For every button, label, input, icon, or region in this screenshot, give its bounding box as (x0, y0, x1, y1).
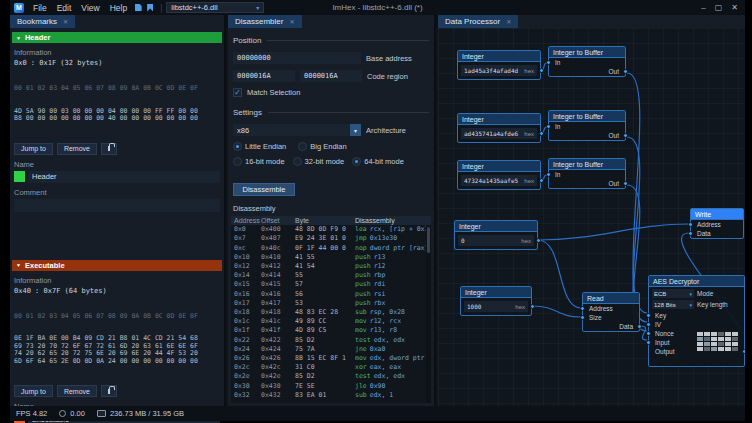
input-pin[interactable] (546, 124, 551, 129)
disassembly-row[interactable]: 0x2e 0x42e 85 D2 testedx, edx (231, 372, 431, 381)
tab-data-processor[interactable]: Data Processor ✕ (438, 15, 518, 28)
close-icon[interactable]: ✕ (63, 18, 68, 25)
disassembly-row[interactable]: 0x14 0x414 55 pushrbp (231, 271, 431, 280)
integer-value-input[interactable]: 47324a1435aafe5 hex (461, 175, 537, 186)
output-pin[interactable] (742, 349, 745, 354)
input-pin[interactable] (546, 60, 551, 65)
scrollbar-thumb[interactable] (427, 227, 430, 253)
disassembly-row[interactable]: 0x22 0x422 85 D2 testedx, edx (231, 336, 431, 345)
disassembly-row[interactable]: 0x0 0x400 48 8D 0D F9 0 learcx, [rip + 0… (231, 225, 431, 234)
output-pin[interactable] (637, 324, 642, 329)
lock-button[interactable] (101, 143, 117, 155)
close-icon[interactable]: ✕ (506, 18, 511, 25)
close-icon[interactable]: ✕ (289, 18, 294, 25)
code-region-end-input[interactable]: 0000016A (300, 70, 362, 82)
output-pin[interactable] (539, 68, 544, 73)
integer-value-input[interactable]: 1ad45a3f4afad4d hex (461, 65, 537, 76)
maximize-button[interactable]: ▢ (715, 3, 723, 12)
disassembly-row[interactable]: 0x7 0x407 E9 24 3E 01 0 jmp0x13e30 (231, 234, 431, 243)
disassembly-row[interactable]: 0x30 0x430 7E 5E jle0x90 (231, 382, 431, 391)
remove-button[interactable]: Remove (57, 143, 97, 155)
input-pin[interactable] (646, 313, 651, 318)
input-pin[interactable] (580, 306, 585, 311)
input-pin[interactable] (688, 231, 693, 236)
jump-to-button[interactable]: Jump to (14, 143, 53, 155)
integer-value-input[interactable]: ad435741a4afde6 hex (461, 128, 537, 139)
disassembly-row[interactable]: 0x2c 0x42c 31 C0 xoreax, eax (231, 363, 431, 372)
disassembly-row[interactable]: 0x16 0x416 56 pushrsi (231, 290, 431, 299)
radio-little-endian[interactable]: Little Endian (233, 142, 286, 151)
bookmark-header-bar[interactable]: ▼ Executable (12, 260, 222, 271)
input-pin[interactable] (688, 222, 693, 227)
bookmark-comment-input[interactable] (14, 199, 220, 212)
lock-button[interactable] (101, 385, 117, 397)
disassembly-row[interactable]: 0x12 0x412 41 54 pushr12 (231, 262, 431, 271)
node-aes-decryptor[interactable]: AES Decryptor ECB ▾ Mode 128 Bits ▾ Key … (648, 275, 745, 367)
output-pin[interactable] (623, 133, 628, 138)
radio-big-endian[interactable]: Big Endian (298, 142, 346, 151)
tab-disassembler[interactable]: Disassembler ✕ (228, 15, 302, 28)
output-pin[interactable] (530, 304, 535, 309)
output-pin[interactable] (623, 69, 628, 74)
node-integer-size[interactable]: Integer 1000 hex (460, 286, 532, 316)
input-pin[interactable] (546, 172, 551, 177)
base-address-input[interactable]: 00000000 (233, 52, 361, 64)
input-pin[interactable] (580, 315, 585, 320)
input-pin[interactable] (646, 322, 651, 327)
output-pin[interactable] (539, 131, 544, 136)
tab-bookmarks[interactable]: Bookmarks ✕ (10, 15, 75, 28)
disassembly-row[interactable]: 0x17 0x417 53 pushrbx (231, 299, 431, 308)
aes-keylength-select[interactable]: 128 Bits ▾ (652, 300, 694, 309)
bookmark-header-bar[interactable]: ▼ Header (12, 32, 222, 43)
input-pin[interactable] (646, 331, 651, 336)
input-pin[interactable] (646, 340, 651, 345)
disassembly-row[interactable]: 0x1c 0x41c 49 89 CC movr12, rcx (231, 317, 431, 326)
node-int-to-buffer-3[interactable]: Integer to Buffer In Out (548, 158, 626, 189)
node-integer-nonce[interactable]: Integer 47324a1435aafe5 hex (457, 160, 541, 190)
disassembly-row[interactable]: 0x1f 0x41f 4D 89 C5 movr13, r8 (231, 326, 431, 335)
menu-item[interactable]: File (28, 3, 52, 13)
bookmark-icon[interactable] (144, 2, 156, 14)
architecture-select[interactable]: x86 ▾ (233, 124, 361, 136)
close-button[interactable]: ✕ (731, 3, 738, 12)
menu-item[interactable]: Edit (52, 3, 77, 13)
tab-label: Disassembler (235, 17, 283, 26)
match-selection-checkbox[interactable]: ✓ Match Selection (233, 88, 429, 97)
disassembly-row[interactable]: 0x18 0x418 48 83 EC 28 subrsp, 0x28 (231, 308, 431, 317)
integer-value-input[interactable]: 1000 hex (464, 301, 528, 312)
node-canvas[interactable]: Integer 1ad45a3f4afad4d hex Integer to B… (438, 28, 745, 406)
menu-item[interactable]: View (76, 3, 104, 13)
menu-list: FileEditViewHelp (28, 3, 132, 13)
output-pin[interactable] (623, 181, 628, 186)
disassembly-row[interactable]: 0x15 0x415 57 pushrdi (231, 280, 431, 289)
bookmark-name-input[interactable]: Header (28, 171, 220, 183)
jump-to-button[interactable]: Jump to (14, 385, 53, 397)
integer-value-input[interactable]: 0 hex (458, 235, 534, 246)
node-integer-zero[interactable]: Integer 0 hex (454, 220, 538, 250)
minimize-button[interactable]: – (701, 3, 705, 12)
output-pin[interactable] (536, 238, 541, 243)
disassembly-row[interactable]: 0x24 0x424 75 7A jne0xa0 (231, 345, 431, 354)
color-swatch[interactable] (14, 171, 25, 182)
node-write[interactable]: Write Address Data (690, 208, 744, 239)
code-region-start-input[interactable]: 0000016A (233, 70, 295, 82)
node-integer-iv[interactable]: Integer ad435741a4afde6 hex (457, 113, 541, 143)
node-integer-key[interactable]: Integer 1ad45a3f4afad4d hex (457, 50, 541, 80)
remove-button[interactable]: Remove (57, 385, 97, 397)
radio-64bit-mode[interactable]: 64-bit mode (352, 157, 404, 166)
radio-16bit-mode[interactable]: 16-bit mode (233, 157, 285, 166)
node-read[interactable]: Read Address Size Data (582, 292, 640, 332)
radio-32bit-mode[interactable]: 32-bit mode (293, 157, 345, 166)
output-pin[interactable] (539, 178, 544, 183)
node-int-to-buffer-2[interactable]: Integer to Buffer In Out (548, 110, 626, 141)
menu-item[interactable]: Help (105, 3, 132, 13)
disassembly-row[interactable]: 0x10 0x410 41 55 pushr13 (231, 253, 431, 262)
disassembly-row[interactable]: 0x32 0x432 83 EA 01 subedx, 1 (231, 391, 431, 400)
disassembly-row[interactable]: 0xc 0x40c 0F 1F 44 00 0 nopdword ptr [ra… (231, 244, 431, 253)
node-int-to-buffer-1[interactable]: Integer to Buffer In Out (548, 46, 626, 77)
save-icon[interactable] (132, 2, 144, 14)
scrollbar[interactable] (426, 226, 431, 403)
disassembly-row[interactable]: 0x26 0x426 8B 15 EC 8F 1 movedx, dword p… (231, 354, 431, 363)
aes-mode-select[interactable]: ECB ▾ (652, 289, 694, 298)
disassemble-button[interactable]: Disassemble (233, 183, 295, 196)
